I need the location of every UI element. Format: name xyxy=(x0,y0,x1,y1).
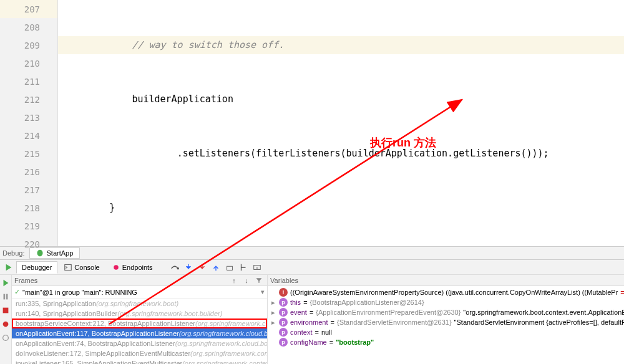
filter-button[interactable] xyxy=(253,275,265,286)
line-number: 218 xyxy=(0,199,57,217)
leaf-icon xyxy=(36,249,44,257)
svg-rect-2 xyxy=(65,264,72,270)
frame-row[interactable]: bootstrapServiceContext:212, BootstrapAp… xyxy=(12,318,267,328)
frames-title: Frames xyxy=(14,277,37,284)
tab-endpoints[interactable]: Endpoints xyxy=(107,261,158,274)
stop-button[interactable] xyxy=(0,305,11,316)
resume-button[interactable] xyxy=(0,277,11,289)
frame-row[interactable]: onApplicationEvent:74, BootstrapApplicat… xyxy=(12,338,267,348)
svg-rect-10 xyxy=(3,308,9,314)
error-icon: ! xyxy=(279,288,288,297)
thread-selector[interactable]: ✓ "main"@1 in group "main": RUNNING ▾ xyxy=(12,286,267,299)
line-number: 214 xyxy=(0,127,57,145)
thread-label: "main"@1 in group "main": RUNNING xyxy=(22,289,137,296)
frame-row-selected[interactable]: onApplicationEvent:117, BootstrapApplica… xyxy=(12,328,267,338)
var-row[interactable]: ▸ p this = {BootstrapApplicationListener… xyxy=(268,297,624,307)
code-editor[interactable]: // way to switch those off. builderAppli… xyxy=(58,0,624,246)
frame-row[interactable]: run:335, SpringApplication (org.springfr… xyxy=(12,299,267,309)
step-into-button[interactable] xyxy=(182,261,195,274)
run-to-cursor-button[interactable] xyxy=(237,261,250,274)
chevron-down-icon: ▾ xyxy=(261,288,265,296)
filter-icon xyxy=(255,277,263,284)
expand-icon[interactable]: ▸ xyxy=(270,299,276,307)
gutter: 207 208 209 210 211 212 213 214 215 216 … xyxy=(0,0,58,246)
expand-icon[interactable]: ▸ xyxy=(270,318,276,327)
mute-breakpoints-button[interactable] xyxy=(0,332,11,343)
variables-title: Variables xyxy=(270,277,298,284)
line-number: 215 xyxy=(0,145,57,163)
console-icon xyxy=(64,264,72,271)
drop-frame-button[interactable] xyxy=(223,261,236,274)
var-row[interactable]: ▸ p event = {ApplicationEnvironmentPrepa… xyxy=(268,307,624,317)
frames-panel: Frames ↑ ↓ ✓ "main"@1 in group "main": R… xyxy=(12,275,268,364)
svg-point-11 xyxy=(3,322,9,327)
frame-row[interactable]: run:140, SpringApplicationBuilder (org.s… xyxy=(12,309,267,318)
param-icon: p xyxy=(279,318,288,327)
pause-button[interactable] xyxy=(0,291,11,302)
code-text: } xyxy=(109,202,115,213)
svg-point-4 xyxy=(177,267,179,270)
var-row[interactable]: p configName = "bootstrap" xyxy=(268,337,624,347)
evaluate-button[interactable]: = xyxy=(251,261,263,274)
debug-bar: Debug: StartApp xyxy=(0,246,624,260)
variables-list: ! ((OriginAwareSystemEnvironmentProperty… xyxy=(268,286,624,364)
param-icon: p xyxy=(279,328,288,337)
code-text: builderApplication xyxy=(132,93,233,105)
debug-toolbar: Debugger Console Endpoints = xyxy=(0,260,624,275)
view-breakpoints-button[interactable] xyxy=(0,318,11,330)
svg-rect-8 xyxy=(4,294,6,300)
param-icon: p xyxy=(279,338,288,347)
code-text: .setListeners(filterListeners(builderApp… xyxy=(177,148,549,159)
var-row[interactable]: ! ((OriginAwareSystemEnvironmentProperty… xyxy=(268,287,624,297)
debug-tab-label: StartApp xyxy=(46,249,73,257)
param-icon: p xyxy=(279,298,288,307)
var-row[interactable]: ▸ p environment = {StandardServletEnviro… xyxy=(268,317,624,327)
step-over-button[interactable] xyxy=(168,261,181,274)
next-frame-button[interactable]: ↓ xyxy=(241,275,252,286)
svg-rect-9 xyxy=(6,294,8,300)
tab-debugger[interactable]: Debugger xyxy=(16,261,57,274)
tab-console[interactable]: Console xyxy=(59,261,105,274)
param-icon: p xyxy=(279,308,288,317)
line-number: 209 xyxy=(0,36,57,54)
rerun-button[interactable] xyxy=(2,261,15,274)
debug-label: Debug: xyxy=(2,249,24,257)
debug-side-toolbar xyxy=(0,275,12,364)
expand-icon[interactable]: ▸ xyxy=(270,309,276,317)
code-comment: // way to switch those off. xyxy=(132,39,284,50)
svg-point-3 xyxy=(114,265,119,270)
svg-point-12 xyxy=(3,335,9,341)
line-number: 212 xyxy=(0,90,57,108)
frame-row[interactable]: invokeListener:165, SimpleApplicationEve… xyxy=(12,358,267,364)
line-number: 216 xyxy=(0,163,57,181)
line-number: 217 xyxy=(0,181,57,199)
line-number: 211 xyxy=(0,72,57,90)
check-icon: ✓ xyxy=(14,288,20,296)
svg-rect-5 xyxy=(227,266,232,270)
frames-list: run:335, SpringApplication (org.springfr… xyxy=(12,299,267,364)
line-number: 210 xyxy=(0,54,57,72)
line-number: 219 xyxy=(0,217,57,235)
debug-config-tab[interactable]: StartApp xyxy=(29,247,80,259)
svg-text:=: = xyxy=(256,265,258,269)
endpoints-icon xyxy=(112,264,120,271)
var-row[interactable]: p context = null xyxy=(268,327,624,337)
step-out-button[interactable] xyxy=(210,261,222,274)
prev-frame-button[interactable]: ↑ xyxy=(228,275,240,286)
frame-row[interactable]: doInvokeListener:172, SimpleApplicationE… xyxy=(12,348,267,358)
line-number: 207 xyxy=(0,0,57,18)
line-number: 208 xyxy=(0,18,57,36)
force-step-into-button[interactable] xyxy=(196,261,208,274)
variables-panel: Variables 🔗 ! ((OriginAwareSystemEnviron… xyxy=(268,275,624,364)
line-number: 213 xyxy=(0,108,57,127)
